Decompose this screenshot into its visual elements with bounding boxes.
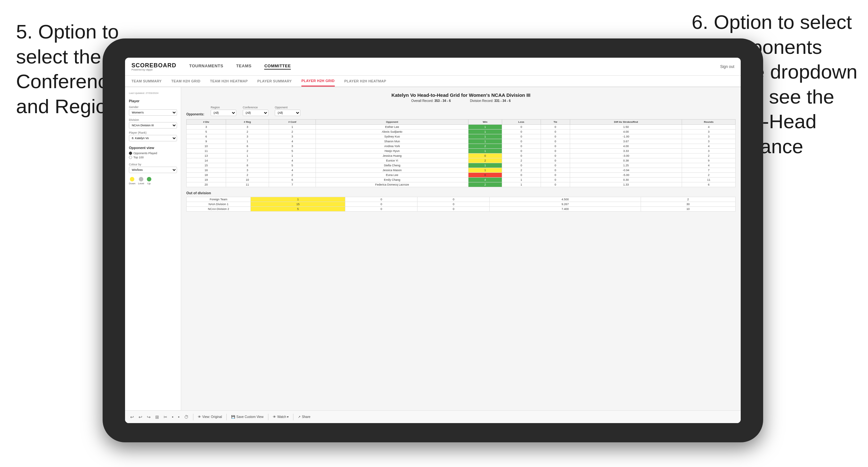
dot2-btn[interactable]: • (178, 414, 180, 419)
cell-diff: 3.33 (570, 149, 682, 154)
cell-div: 18 (187, 173, 226, 178)
od-cell-win: 15 (251, 202, 345, 207)
division-record-value: 331 - 34 - 6 (494, 99, 510, 102)
col-conf: # Conf (269, 120, 316, 125)
od-cell-diff: 4.500 (490, 197, 641, 202)
sub-nav-player-h2h-heatmap[interactable]: PLAYER H2H HEATMAP (344, 75, 386, 87)
redo-btn[interactable]: ↪ (147, 414, 151, 419)
table-row: 15 8 5 Stella Cheng 1 0 0 1.25 4 (187, 163, 736, 168)
cell-opponent: Esther Lee (316, 125, 468, 129)
grid-btn[interactable]: ⊞ (155, 414, 159, 419)
cell-reg: 2 (226, 149, 269, 154)
cell-rounds: 2 (682, 173, 736, 178)
cell-diff: 0.30 (570, 178, 682, 182)
cell-reg: 3 (226, 134, 269, 139)
share-label: Share (302, 415, 310, 418)
region-filter-select[interactable]: (All) (211, 110, 236, 116)
last-updated: Last Updated: 27/03/2024 (129, 92, 177, 95)
cell-reg: 6 (226, 144, 269, 149)
cell-win: 0 (468, 154, 502, 158)
division-select[interactable]: NCAA Division III (129, 122, 177, 128)
cell-div: 10 (187, 144, 226, 149)
opponents-label: Opponents: (186, 113, 204, 116)
nav-teams[interactable]: TEAMS (236, 63, 251, 69)
cell-tie: 0 (540, 163, 570, 168)
sign-out-link[interactable]: Sign out (720, 64, 734, 69)
cell-win: 2 (468, 144, 502, 149)
radio-dot-played (129, 152, 132, 155)
cell-rounds: 6 (682, 182, 736, 187)
filter-row: Opponents: Region (All) Conference (All) (186, 106, 736, 116)
od-cell-rounds: 2 (641, 197, 735, 202)
cell-loss: 0 (502, 154, 540, 158)
table-row: 3 3 1 Esther Lee 1 0 0 1.50 4 (187, 125, 736, 129)
cell-conf: 5 (269, 149, 316, 154)
cell-conf: 5 (269, 163, 316, 168)
view-original-btn[interactable]: 👁 View: Original (198, 415, 222, 418)
od-cell-tie: 0 (417, 202, 490, 207)
conference-filter-select[interactable]: (All) (243, 110, 268, 116)
colour-by-select[interactable]: Win/loss (129, 167, 177, 173)
table-row: 5 2 2 Alexis Sudjianto 1 0 0 4.00 3 (187, 129, 736, 134)
cell-tie: 0 (540, 154, 570, 158)
undo2-btn[interactable]: ↩ (138, 414, 143, 419)
cell-tie: 0 (540, 125, 570, 129)
od-cell-win: 5 (251, 207, 345, 212)
nav-tournaments[interactable]: TOURNAMENTS (189, 63, 223, 69)
cell-conf: 1 (269, 154, 316, 158)
legend-level: Level (138, 177, 144, 185)
view-icon: 👁 (198, 415, 201, 418)
clock-btn[interactable]: ⏱ (184, 414, 189, 419)
od-cell-rounds: 10 (641, 207, 735, 212)
division-record-label: Division Record: (470, 99, 494, 102)
top100-option[interactable]: Top 100 (129, 156, 177, 159)
sub-nav-team-summary[interactable]: TEAM SUMMARY (131, 75, 162, 87)
tablet-screen: SCOREBOARD Powered by clippd TOURNAMENTS… (125, 58, 741, 423)
sub-nav-team-h2h-grid[interactable]: TEAM H2H GRID (171, 75, 200, 87)
cell-win: 1 (468, 139, 502, 144)
cell-diff: 1.50 (570, 125, 682, 129)
cell-div: 9 (187, 139, 226, 144)
cut-btn[interactable]: ✂ (163, 414, 167, 419)
table-row: 10 6 3 Andrea York 2 0 0 4.00 4 (187, 144, 736, 149)
nav-committee[interactable]: COMMITTEE (264, 63, 291, 69)
share-icon: ↗ (298, 415, 301, 418)
opponent-played-label: Opponents Played (133, 152, 157, 155)
col-tie: Tie (540, 120, 570, 125)
opponent-filter-select[interactable]: (All) (275, 110, 301, 116)
cell-rounds: 4 (682, 144, 736, 149)
watch-label: Watch ▾ (277, 415, 289, 418)
col-reg: # Reg (226, 120, 269, 125)
cell-tie: 0 (540, 149, 570, 154)
cell-div: 15 (187, 163, 226, 168)
cell-win: 2 (468, 158, 502, 163)
undo-btn[interactable]: ↩ (130, 414, 134, 419)
od-cell-opponent: NAIA Division 1 (187, 202, 251, 207)
share-btn[interactable]: ↗ Share (298, 415, 310, 418)
main-data-table: # Div # Reg # Conf Opponent Win Loss Tie… (186, 119, 736, 187)
player-rank-select[interactable]: 8. Katelyn Vo (129, 135, 177, 142)
cell-div: 11 (187, 149, 226, 154)
save-custom-label: Save Custom View (236, 415, 263, 418)
table-row: 9 1 4 Sharon Mun 1 0 0 3.67 3 (187, 139, 736, 144)
sub-nav-team-h2h-heatmap[interactable]: TEAM H2H HEATMAP (210, 75, 248, 87)
top100-label: Top 100 (133, 156, 144, 159)
opponent-played-option[interactable]: Opponents Played (129, 152, 177, 155)
sub-nav-player-summary[interactable]: PLAYER SUMMARY (257, 75, 292, 87)
gender-select[interactable]: Women's (129, 109, 177, 116)
cell-conf: 2 (269, 173, 316, 178)
cell-rounds: 7 (682, 168, 736, 173)
cell-rounds: 4 (682, 163, 736, 168)
cell-tie: 0 (540, 168, 570, 173)
watch-btn[interactable]: 👁 Watch ▾ (273, 415, 289, 418)
cell-diff: 3.67 (570, 139, 682, 144)
save-custom-btn[interactable]: 💾 Save Custom View (231, 415, 263, 418)
col-opponent: Opponent (316, 120, 468, 125)
cell-opponent: Alexis Sudjianto (316, 129, 468, 134)
conference-filter-label: Conference (243, 106, 268, 109)
toolbar-divider-2 (226, 414, 227, 420)
sub-nav-player-h2h-grid[interactable]: PLAYER H2H GRID (302, 75, 335, 87)
cell-reg: 3 (226, 125, 269, 129)
dot1-btn[interactable]: • (172, 414, 174, 419)
cell-conf: 6 (269, 178, 316, 182)
